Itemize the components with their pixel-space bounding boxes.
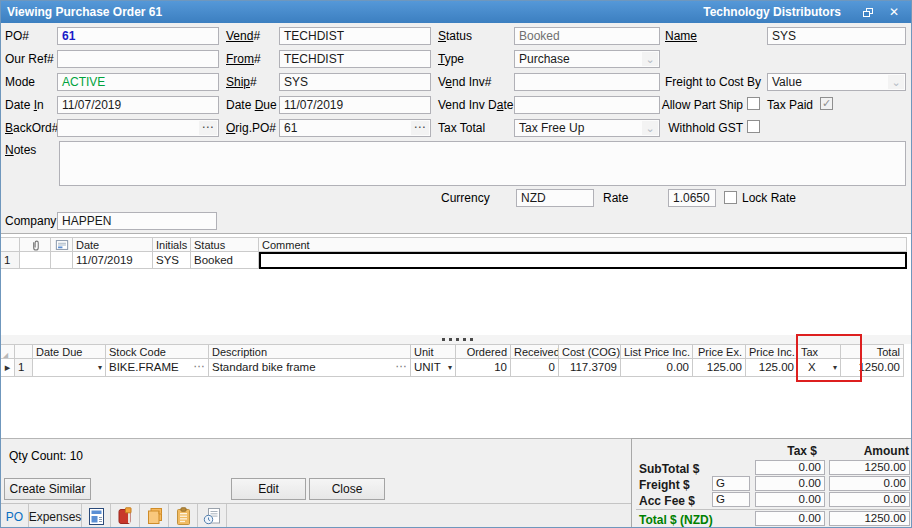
close-button[interactable]: Close — [309, 478, 385, 500]
item-received-cell[interactable]: 0 — [511, 359, 559, 377]
clipboard-icon[interactable] — [169, 504, 198, 528]
allow-part-ship-checkbox[interactable] — [747, 97, 760, 110]
item-price-inc-cell[interactable]: 125.00 — [746, 359, 798, 377]
items-col-list-price-inc[interactable]: List Price Inc. — [621, 344, 693, 359]
from-field[interactable]: TECHDIST — [279, 50, 431, 68]
from-label: From# — [226, 52, 261, 66]
date-due-field[interactable]: 11/07/2019 — [279, 96, 431, 114]
vend-inv-date-field[interactable] — [514, 96, 660, 114]
report-icon[interactable] — [82, 504, 111, 528]
grand-total-label: Total $ (NZD) — [639, 513, 713, 527]
tab-po[interactable]: PO — [1, 504, 29, 528]
freight-tax-code-field[interactable]: G — [712, 476, 750, 491]
status-field: Booked — [514, 27, 660, 45]
row-marker-icon: ▸ — [1, 359, 15, 377]
items-row-header — [15, 344, 33, 359]
item-price-ex-cell[interactable]: 125.00 — [693, 359, 746, 377]
item-cost-cog-cell[interactable]: 117.3709 — [559, 359, 621, 377]
tax-paid-checkbox[interactable]: ✓ — [820, 97, 833, 110]
po-field[interactable]: 61 — [57, 27, 219, 45]
type-dropdown[interactable]: Purchase⌄ — [514, 50, 660, 68]
tab-expenses[interactable]: Expenses — [29, 504, 82, 528]
items-col-cost-cog[interactable]: Cost (COG) — [559, 344, 621, 359]
totals-amount-header: Amount — [829, 444, 909, 458]
currency-field: NZD — [516, 189, 594, 207]
ellipsis-button[interactable]: ⋯ — [396, 360, 408, 373]
comments-col-status[interactable]: Status — [191, 237, 259, 252]
splitter-handle[interactable] — [1, 335, 912, 344]
date-in-label: Date In — [5, 98, 44, 112]
comments-col-initials[interactable]: Initials — [153, 237, 191, 252]
our-ref-field[interactable] — [57, 50, 219, 68]
items-col-received[interactable]: Received — [511, 344, 559, 359]
copy-documents-icon[interactable] — [140, 504, 169, 528]
item-unit-cell[interactable]: ▾UNIT — [411, 359, 456, 377]
vend-inv-field[interactable] — [514, 73, 660, 91]
comment-initials-cell[interactable]: SYS — [153, 252, 191, 269]
notes-field[interactable] — [59, 141, 906, 186]
totals-panel: Tax $ Amount SubTotal $ 0.00 1250.00 Fre… — [631, 438, 912, 528]
tax-total-dropdown[interactable]: Tax Free Up⌄ — [514, 119, 660, 137]
grand-total-amount-value: 1250.00 — [829, 511, 910, 526]
comment-status-cell[interactable]: Booked — [191, 252, 259, 269]
item-list-price-inc-cell[interactable]: 0.00 — [621, 359, 693, 377]
orig-po-field[interactable]: 61⋯ — [279, 119, 431, 137]
item-description-cell[interactable]: ⋯Standard bike frame — [209, 359, 411, 377]
comments-col-comment[interactable]: Comment — [259, 237, 907, 252]
acc-fee-label: Acc Fee $ — [639, 494, 695, 508]
freight-label: Freight $ — [639, 478, 690, 492]
item-stock-code-cell[interactable]: ⋯BIKE.FRAME — [106, 359, 209, 377]
paperclip-icon — [20, 237, 51, 252]
comments-col-date[interactable]: Date — [73, 237, 153, 252]
po-label: PO# — [5, 29, 29, 43]
comment-text-cell[interactable] — [259, 252, 907, 269]
withhold-gst-checkbox[interactable] — [747, 120, 760, 133]
acc-fee-tax-code-field[interactable]: G — [712, 492, 750, 507]
comment-memo-cell[interactable] — [51, 252, 73, 269]
dropdown-arrow-icon[interactable]: ▾ — [448, 360, 452, 375]
backord-field[interactable]: ⋯ — [57, 119, 219, 137]
edit-button[interactable]: Edit — [231, 478, 306, 500]
tax-total-label: Tax Total — [438, 121, 485, 135]
vend-field[interactable]: TECHDIST — [279, 27, 431, 45]
totals-tax-header: Tax $ — [725, 444, 817, 458]
items-col-stock-code[interactable]: Stock Code — [106, 344, 209, 359]
restore-window-icon[interactable] — [855, 3, 881, 21]
subtotal-tax-value: 0.00 — [755, 460, 825, 475]
backord-label: BackOrd# — [5, 121, 58, 135]
close-icon[interactable]: ✕ — [881, 3, 907, 21]
item-date-due-cell[interactable]: ▾ — [33, 359, 106, 377]
comment-date-cell[interactable]: 11/07/2019 — [73, 252, 153, 269]
currency-label: Currency — [441, 191, 490, 205]
lock-rate-checkbox[interactable] — [724, 191, 737, 204]
bottom-tab-bar: PO Expenses — [1, 503, 631, 528]
notes-label: Notes — [5, 143, 36, 157]
items-col-unit[interactable]: Unit — [411, 344, 456, 359]
our-ref-label: Our Ref# — [5, 52, 54, 66]
dropdown-arrow-icon[interactable]: ▾ — [98, 360, 102, 375]
item-ordered-cell[interactable]: 10 — [456, 359, 511, 377]
name-field[interactable]: SYS — [767, 27, 906, 45]
comment-attach-cell[interactable] — [20, 252, 51, 269]
document-history-icon[interactable] — [198, 504, 227, 528]
company-field: HAPPEN — [57, 212, 217, 230]
mode-label: Mode — [5, 75, 35, 89]
items-col-date-due[interactable]: Date Due — [33, 344, 106, 359]
items-col-ordered[interactable]: Ordered — [456, 344, 511, 359]
ellipsis-button[interactable]: ⋯ — [194, 360, 206, 373]
type-label: Type — [438, 52, 464, 66]
date-in-field[interactable]: 11/07/2019 — [57, 96, 219, 114]
freight-amount-value: 0.00 — [829, 476, 910, 491]
items-col-description[interactable]: Description — [209, 344, 411, 359]
ellipsis-button[interactable]: ⋯ — [199, 121, 217, 135]
journal-icon[interactable] — [111, 504, 140, 528]
ship-field[interactable]: SYS — [279, 73, 431, 91]
create-similar-button[interactable]: Create Similar — [4, 478, 91, 500]
allow-part-ship-label: Allow Part Ship — [641, 98, 743, 112]
items-col-price-ex[interactable]: Price Ex. — [693, 344, 746, 359]
freight-cost-by-dropdown[interactable]: Value⌄ — [767, 73, 906, 91]
grand-total-tax-value: 0.00 — [755, 511, 825, 526]
ellipsis-button[interactable]: ⋯ — [411, 121, 429, 135]
items-col-price-inc[interactable]: Price Inc. — [746, 344, 798, 359]
company-label: Company — [5, 214, 56, 228]
